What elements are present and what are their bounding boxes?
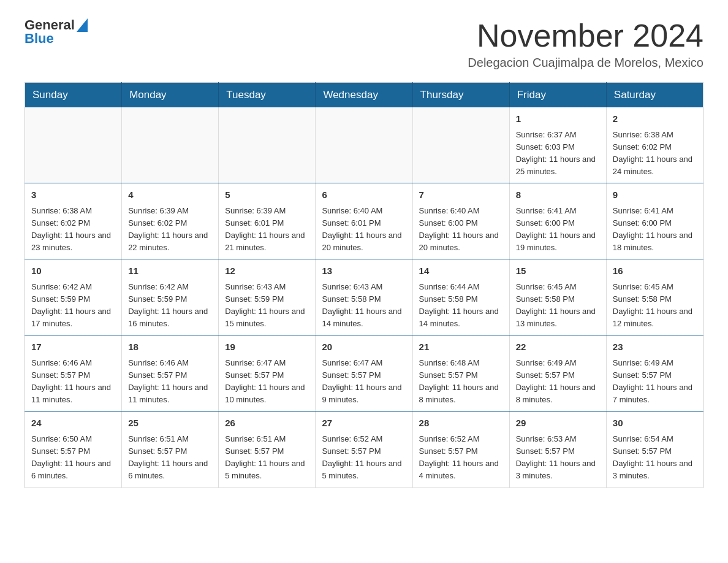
day-info: Sunrise: 6:43 AMSunset: 5:58 PMDaylight:… (322, 281, 406, 331)
day-number: 25 (128, 416, 212, 431)
day-info: Sunrise: 6:38 AMSunset: 6:02 PMDaylight:… (613, 129, 697, 178)
calendar-header-wednesday: Wednesday (316, 83, 412, 108)
day-info: Sunrise: 6:52 AMSunset: 5:57 PMDaylight:… (322, 433, 406, 483)
calendar-week-row: 1Sunrise: 6:37 AMSunset: 6:03 PMDaylight… (25, 107, 703, 183)
calendar-cell: 6Sunrise: 6:40 AMSunset: 6:01 PMDaylight… (316, 183, 412, 259)
calendar-header-sunday: Sunday (25, 83, 122, 108)
calendar-cell: 18Sunrise: 6:46 AMSunset: 5:57 PMDayligh… (122, 335, 219, 412)
day-number: 27 (322, 416, 406, 431)
day-info: Sunrise: 6:54 AMSunset: 5:57 PMDaylight:… (613, 433, 697, 483)
day-info: Sunrise: 6:37 AMSunset: 6:03 PMDaylight:… (516, 129, 600, 178)
calendar-header-friday: Friday (509, 83, 606, 108)
logo-blue-text: Blue (25, 32, 54, 45)
calendar-week-row: 3Sunrise: 6:38 AMSunset: 6:02 PMDaylight… (25, 183, 703, 259)
day-info: Sunrise: 6:41 AMSunset: 6:00 PMDaylight:… (516, 205, 600, 255)
day-info: Sunrise: 6:38 AMSunset: 6:02 PMDaylight:… (31, 205, 115, 255)
calendar-cell (25, 107, 122, 183)
calendar-cell: 23Sunrise: 6:49 AMSunset: 5:57 PMDayligh… (606, 335, 703, 412)
svg-marker-0 (77, 18, 88, 32)
day-info: Sunrise: 6:50 AMSunset: 5:57 PMDaylight:… (31, 433, 115, 483)
day-number: 14 (419, 264, 503, 278)
day-number: 23 (613, 340, 697, 354)
calendar-cell: 30Sunrise: 6:54 AMSunset: 5:57 PMDayligh… (606, 412, 703, 488)
day-number: 12 (225, 264, 309, 278)
day-number: 16 (613, 264, 697, 278)
day-number: 29 (516, 416, 600, 431)
day-info: Sunrise: 6:41 AMSunset: 6:00 PMDaylight:… (613, 205, 697, 255)
day-number: 10 (31, 264, 115, 278)
calendar-header-monday: Monday (122, 83, 219, 108)
logo: General Blue (25, 18, 88, 45)
day-number: 4 (128, 188, 212, 202)
calendar-cell: 27Sunrise: 6:52 AMSunset: 5:57 PMDayligh… (316, 412, 412, 488)
day-info: Sunrise: 6:48 AMSunset: 5:57 PMDaylight:… (419, 357, 503, 407)
calendar-cell: 4Sunrise: 6:39 AMSunset: 6:02 PMDaylight… (122, 183, 219, 259)
day-number: 28 (419, 416, 503, 431)
day-number: 21 (419, 340, 503, 354)
calendar-cell: 28Sunrise: 6:52 AMSunset: 5:57 PMDayligh… (412, 412, 509, 488)
calendar-cell: 11Sunrise: 6:42 AMSunset: 5:59 PMDayligh… (122, 259, 219, 335)
calendar-cell: 25Sunrise: 6:51 AMSunset: 5:57 PMDayligh… (122, 412, 219, 488)
calendar-cell: 14Sunrise: 6:44 AMSunset: 5:58 PMDayligh… (412, 259, 509, 335)
calendar-cell: 13Sunrise: 6:43 AMSunset: 5:58 PMDayligh… (316, 259, 412, 335)
calendar-cell: 29Sunrise: 6:53 AMSunset: 5:57 PMDayligh… (509, 412, 606, 488)
logo-general-text: General (25, 18, 75, 32)
day-number: 6 (322, 188, 406, 202)
day-number: 30 (613, 416, 697, 431)
calendar-cell: 16Sunrise: 6:45 AMSunset: 5:58 PMDayligh… (606, 259, 703, 335)
day-number: 17 (31, 340, 115, 354)
calendar-cell: 20Sunrise: 6:47 AMSunset: 5:57 PMDayligh… (316, 335, 412, 412)
day-info: Sunrise: 6:46 AMSunset: 5:57 PMDaylight:… (128, 357, 212, 407)
logo-triangle-icon (77, 18, 88, 32)
day-info: Sunrise: 6:46 AMSunset: 5:57 PMDaylight:… (31, 357, 115, 407)
day-number: 8 (516, 188, 600, 202)
calendar-cell: 15Sunrise: 6:45 AMSunset: 5:58 PMDayligh… (509, 259, 606, 335)
day-number: 3 (31, 188, 115, 202)
day-number: 15 (516, 264, 600, 278)
calendar-cell: 9Sunrise: 6:41 AMSunset: 6:00 PMDaylight… (606, 183, 703, 259)
day-number: 19 (225, 340, 309, 354)
day-info: Sunrise: 6:49 AMSunset: 5:57 PMDaylight:… (613, 357, 697, 407)
calendar-cell: 3Sunrise: 6:38 AMSunset: 6:02 PMDaylight… (25, 183, 122, 259)
day-number: 7 (419, 188, 503, 202)
calendar-header-row: SundayMondayTuesdayWednesdayThursdayFrid… (25, 83, 703, 108)
calendar-cell: 8Sunrise: 6:41 AMSunset: 6:00 PMDaylight… (509, 183, 606, 259)
calendar-cell: 19Sunrise: 6:47 AMSunset: 5:57 PMDayligh… (219, 335, 316, 412)
calendar-cell: 2Sunrise: 6:38 AMSunset: 6:02 PMDaylight… (606, 107, 703, 183)
calendar-cell (316, 107, 412, 183)
day-number: 26 (225, 416, 309, 431)
day-number: 20 (322, 340, 406, 354)
calendar-week-row: 10Sunrise: 6:42 AMSunset: 5:59 PMDayligh… (25, 259, 703, 335)
day-number: 22 (516, 340, 600, 354)
location-subtitle: Delegacion Cuajimalpa de Morelos, Mexico (468, 56, 703, 70)
day-number: 11 (128, 264, 212, 278)
month-title: November 2024 (468, 18, 703, 53)
day-number: 1 (516, 112, 600, 126)
header: General Blue November 2024 Delegacion Cu… (25, 18, 703, 70)
calendar-cell: 22Sunrise: 6:49 AMSunset: 5:57 PMDayligh… (509, 335, 606, 412)
day-info: Sunrise: 6:52 AMSunset: 5:57 PMDaylight:… (419, 433, 503, 483)
day-info: Sunrise: 6:51 AMSunset: 5:57 PMDaylight:… (225, 433, 309, 483)
calendar-week-row: 17Sunrise: 6:46 AMSunset: 5:57 PMDayligh… (25, 335, 703, 412)
day-number: 2 (613, 112, 697, 126)
calendar-header-saturday: Saturday (606, 83, 703, 108)
calendar-cell: 21Sunrise: 6:48 AMSunset: 5:57 PMDayligh… (412, 335, 509, 412)
day-info: Sunrise: 6:47 AMSunset: 5:57 PMDaylight:… (322, 357, 406, 407)
day-info: Sunrise: 6:47 AMSunset: 5:57 PMDaylight:… (225, 357, 309, 407)
day-info: Sunrise: 6:39 AMSunset: 6:01 PMDaylight:… (225, 205, 309, 255)
calendar-cell: 26Sunrise: 6:51 AMSunset: 5:57 PMDayligh… (219, 412, 316, 488)
calendar-table: SundayMondayTuesdayWednesdayThursdayFrid… (25, 82, 703, 488)
day-info: Sunrise: 6:45 AMSunset: 5:58 PMDaylight:… (516, 281, 600, 331)
calendar-cell: 12Sunrise: 6:43 AMSunset: 5:59 PMDayligh… (219, 259, 316, 335)
day-info: Sunrise: 6:39 AMSunset: 6:02 PMDaylight:… (128, 205, 212, 255)
day-info: Sunrise: 6:51 AMSunset: 5:57 PMDaylight:… (128, 433, 212, 483)
calendar-week-row: 24Sunrise: 6:50 AMSunset: 5:57 PMDayligh… (25, 412, 703, 488)
calendar-cell (219, 107, 316, 183)
title-area: November 2024 Delegacion Cuajimalpa de M… (468, 18, 703, 70)
day-number: 18 (128, 340, 212, 354)
day-info: Sunrise: 6:40 AMSunset: 6:01 PMDaylight:… (322, 205, 406, 255)
calendar-header-tuesday: Tuesday (219, 83, 316, 108)
calendar-cell: 1Sunrise: 6:37 AMSunset: 6:03 PMDaylight… (509, 107, 606, 183)
day-info: Sunrise: 6:45 AMSunset: 5:58 PMDaylight:… (613, 281, 697, 331)
calendar-cell: 17Sunrise: 6:46 AMSunset: 5:57 PMDayligh… (25, 335, 122, 412)
